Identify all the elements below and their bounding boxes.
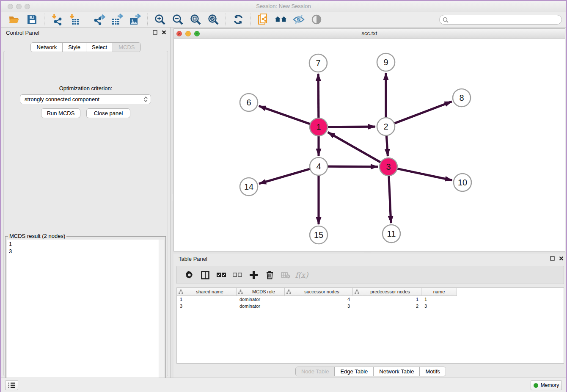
graph-node-1[interactable]: 1 <box>310 118 328 136</box>
open-session-icon[interactable] <box>8 13 20 26</box>
column-header-successor-nodes[interactable]: successor nodes <box>285 288 353 296</box>
tab-select[interactable]: Select <box>86 43 113 52</box>
graph-node-3[interactable]: 3 <box>380 158 397 176</box>
run-mcds-button[interactable]: Run MCDS <box>41 108 80 118</box>
close-panel-icon[interactable] <box>162 30 166 35</box>
export-table-icon[interactable] <box>111 13 124 26</box>
column-header-predecessor-nodes[interactable]: predecessor nodes <box>353 288 421 296</box>
graph-edge-3-1[interactable] <box>328 132 388 167</box>
function-builder-icon: f(x) <box>297 270 307 280</box>
graph-node-4[interactable]: 4 <box>310 157 328 175</box>
export-network-icon[interactable] <box>93 13 106 26</box>
node-label: 1 <box>316 122 321 132</box>
tab-network[interactable]: Network <box>31 43 62 52</box>
column-label: successor nodes <box>291 289 352 294</box>
zoom-in-icon[interactable] <box>154 13 166 26</box>
graph-node-9[interactable]: 9 <box>377 53 395 71</box>
graph-svg: 1234678910111415 <box>174 39 565 251</box>
tab-network-table[interactable]: Network Table <box>373 367 419 376</box>
mcds-result-legend: MCDS result (2 nodes) <box>8 233 66 239</box>
import-table-icon[interactable] <box>68 13 81 26</box>
table-cell: dominator <box>237 303 285 309</box>
divider-grip[interactable] <box>172 194 173 201</box>
search-icon <box>443 17 449 23</box>
graph-edge-2-8[interactable] <box>386 102 452 127</box>
columns-icon[interactable] <box>200 270 210 280</box>
tab-motifs[interactable]: Motifs <box>419 367 446 376</box>
network-from-file-icon[interactable] <box>257 13 270 26</box>
table-row[interactable]: 3dominator323 <box>177 303 564 309</box>
table-row[interactable]: 1dominator411 <box>177 296 564 303</box>
window-title: Session: New Session <box>1 3 566 9</box>
node-label: 11 <box>387 229 396 238</box>
node-label: 9 <box>383 58 388 67</box>
main-toolbar <box>1 12 566 28</box>
graph-node-2[interactable]: 2 <box>377 118 395 135</box>
table-cell: 2 <box>353 303 421 309</box>
node-label: 10 <box>458 178 467 187</box>
gear-icon[interactable] <box>184 270 194 280</box>
column-label: name <box>421 289 457 294</box>
search-input[interactable] <box>439 15 562 25</box>
graph-node-8[interactable]: 8 <box>453 89 471 107</box>
tab-mcds[interactable]: MCDS <box>113 43 140 52</box>
node-table: shared nameMCDS rolesuccessor nodesprede… <box>176 287 564 364</box>
graph-node-14[interactable]: 14 <box>240 178 258 196</box>
tab-edge-table[interactable]: Edge Table <box>334 367 373 376</box>
graph-node-6[interactable]: 6 <box>240 94 258 111</box>
close-panel-button[interactable]: Close panel <box>86 108 130 118</box>
float-panel-icon[interactable] <box>550 256 555 261</box>
table-panel-title: Table Panel <box>179 256 207 262</box>
node-label: 7 <box>316 58 320 68</box>
optimization-criterion-label: Optimization criterion: <box>1 85 171 91</box>
column-type-icon <box>355 290 359 294</box>
divider-grip[interactable] <box>364 252 371 253</box>
graph-edge-3-10[interactable] <box>388 167 452 180</box>
graph-node-7[interactable]: 7 <box>309 54 327 72</box>
import-network-icon[interactable] <box>50 13 63 26</box>
criterion-select[interactable]: strongly connected component <box>20 94 151 104</box>
column-header-MCDS-role[interactable]: MCDS role <box>237 288 285 296</box>
close-panel-icon[interactable] <box>559 256 564 261</box>
column-header-shared-name[interactable]: shared name <box>177 288 237 296</box>
table-cell: 3 <box>285 303 353 309</box>
zoom-fit-icon[interactable] <box>189 13 202 26</box>
column-header-name[interactable]: name <box>421 288 457 296</box>
column-label: predecessor nodes <box>359 289 421 294</box>
task-history-button[interactable] <box>5 380 18 390</box>
show-graphics-details-icon[interactable] <box>310 13 323 26</box>
tab-node-table[interactable]: Node Table <box>296 367 335 376</box>
delete-icon[interactable] <box>264 270 275 280</box>
deselect-all-icon[interactable] <box>232 270 242 280</box>
table-panel: Table Panel <box>173 254 567 379</box>
network-canvas[interactable]: 1234678910111415 <box>174 39 565 251</box>
float-panel-icon[interactable] <box>153 30 157 35</box>
export-image-icon[interactable] <box>129 13 141 26</box>
column-type-icon <box>238 290 243 294</box>
column-label: shared name <box>183 289 236 294</box>
graph-node-11[interactable]: 11 <box>383 225 400 243</box>
select-all-icon[interactable] <box>216 270 226 280</box>
node-label: 15 <box>314 230 323 240</box>
hide-graphics-details-icon[interactable] <box>292 13 305 26</box>
network-window-titlebar: ✕ − + scc.txt <box>174 29 565 39</box>
window-titlebar: Session: New Session <box>1 1 566 12</box>
control-panel-title: Control Panel <box>6 30 39 36</box>
zoom-selected-icon[interactable] <box>207 13 220 26</box>
network-window-title: scc.txt <box>174 30 565 36</box>
node-label: 14 <box>244 182 253 191</box>
mcds-result-scrollbar[interactable] <box>159 240 164 392</box>
graph-node-15[interactable]: 15 <box>310 226 328 244</box>
first-neighbors-icon[interactable] <box>275 13 287 26</box>
tab-style[interactable]: Style <box>62 43 86 52</box>
graph-node-10[interactable]: 10 <box>454 174 471 191</box>
control-panel-tabs: NetworkStyleSelectMCDS <box>1 42 171 52</box>
memory-button[interactable]: Memory <box>531 380 562 390</box>
add-icon[interactable] <box>248 270 259 280</box>
refresh-layout-icon[interactable] <box>232 13 245 26</box>
zoom-out-icon[interactable] <box>171 13 184 26</box>
memory-status-icon <box>534 383 538 388</box>
save-session-icon[interactable] <box>25 13 38 26</box>
graph-edge-1-6[interactable] <box>259 106 319 127</box>
mcds-result-text[interactable]: 1 3 <box>7 240 164 392</box>
